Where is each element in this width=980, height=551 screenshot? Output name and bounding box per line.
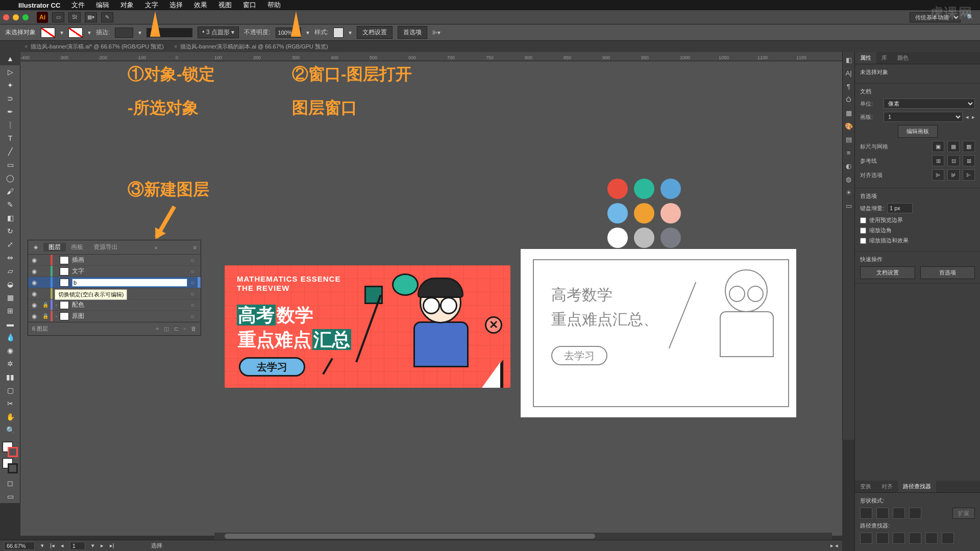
target-icon[interactable]: ○	[187, 302, 198, 309]
new-layer-icon[interactable]: ▫	[184, 325, 186, 332]
visibility-toggle-icon[interactable]: ◉	[28, 279, 40, 286]
scale-strokes-checkbox[interactable]	[860, 238, 866, 244]
menu-view[interactable]: 视图	[218, 1, 232, 10]
menu-type[interactable]: 文字	[145, 1, 158, 10]
close-window-button[interactable]	[3, 14, 9, 20]
artboard-select[interactable]: 1	[884, 112, 963, 122]
delete-layer-icon[interactable]: 🗑	[191, 325, 197, 332]
artboard-nav-input[interactable]	[70, 542, 85, 550]
lasso-tool[interactable]: ⊃	[0, 92, 20, 105]
dock-gradient-icon[interactable]: ◐	[844, 161, 853, 170]
create-sublayer-icon[interactable]: ⊏	[174, 325, 179, 332]
layer-name[interactable]: 插画	[72, 256, 187, 264]
exclude-icon[interactable]	[909, 508, 921, 519]
menu-select[interactable]: 选择	[169, 1, 183, 10]
scale-corners-checkbox[interactable]	[860, 228, 866, 234]
target-icon[interactable]: ○	[187, 257, 198, 264]
prefs-quick-button[interactable]: 首选项	[920, 266, 975, 279]
blend-tool[interactable]: ◉	[0, 344, 20, 357]
preferences-button[interactable]: 首选项	[398, 26, 427, 39]
layers-tab[interactable]: 图层	[43, 243, 66, 252]
dock-swatch-icon[interactable]: ▤	[844, 135, 853, 144]
type-tool[interactable]: T	[0, 132, 20, 145]
align-point-icon[interactable]: ⊯	[947, 169, 960, 181]
expand-chevron-icon[interactable]: ›	[53, 303, 60, 308]
align-icon[interactable]: ⊫▾	[432, 29, 440, 36]
mesh-tool[interactable]: ⊞	[0, 304, 20, 317]
style-swatch[interactable]	[333, 28, 344, 38]
stroke-swatch[interactable]	[68, 28, 83, 38]
layer-name[interactable]: 配色	[72, 300, 187, 309]
collapse-icon[interactable]: «	[151, 244, 162, 251]
target-icon[interactable]: ○	[187, 313, 198, 320]
layers-panel-icon[interactable]: ◈	[28, 244, 43, 251]
nav-prev-icon[interactable]: ◂	[61, 542, 64, 549]
visibility-toggle-icon[interactable]: ◉	[28, 268, 40, 275]
lock-toggle-icon[interactable]: 🔒	[40, 302, 51, 308]
dock-grid-icon[interactable]: ▦	[844, 108, 853, 117]
nav-first-icon[interactable]: |◂	[50, 542, 55, 549]
dock-graphic-styles-icon[interactable]: ▭	[844, 201, 853, 210]
zoom-window-button[interactable]	[22, 14, 29, 20]
dock-glyph-icon[interactable]: Ò	[844, 95, 853, 104]
expand-button[interactable]: 扩展	[952, 508, 975, 519]
intersect-icon[interactable]	[893, 508, 905, 519]
stroke-width-input[interactable]	[115, 28, 133, 38]
visibility-toggle-icon[interactable]: ◉	[28, 313, 40, 320]
tab-properties[interactable]: 属性	[855, 52, 876, 64]
target-icon[interactable]: ○	[187, 279, 198, 286]
horizontal-scrollbar[interactable]	[214, 533, 832, 540]
minus-back-icon[interactable]	[942, 533, 954, 544]
draw-mode-icon[interactable]: ◻	[0, 477, 20, 490]
doc-tab-1[interactable]: ×描边风-banner演示稿.ai* @ 66.67% (RGB/GPU 预览)	[20, 42, 168, 52]
transparency-grid-icon[interactable]: ▩	[963, 141, 975, 152]
magic-wand-tool[interactable]: ✦	[0, 79, 20, 92]
guides-lock-icon[interactable]: ⊟	[947, 155, 960, 166]
dock-appearance-icon[interactable]: ☀	[844, 188, 853, 197]
graph-tool[interactable]: ▮▮	[0, 370, 20, 384]
close-tab-icon[interactable]: ×	[174, 43, 177, 49]
use-preview-bounds-checkbox[interactable]	[860, 217, 866, 223]
dock-properties-icon[interactable]: ◧	[844, 55, 853, 64]
layer-row[interactable]: ◉ 文字 ○	[28, 266, 201, 277]
ellipse-tool[interactable]: ◯	[0, 171, 20, 185]
screen-mode-icon[interactable]: ▭	[0, 490, 20, 503]
tab-transform[interactable]: 变换	[855, 481, 876, 492]
document-setup-button[interactable]: 文档设置	[357, 26, 393, 39]
free-transform-tool[interactable]: ▱	[0, 264, 20, 278]
menu-file[interactable]: 文件	[71, 1, 85, 10]
dock-transparency-icon[interactable]: ◍	[844, 174, 853, 184]
symbol-sprayer-tool[interactable]: ✲	[0, 357, 20, 370]
divide-icon[interactable]	[860, 533, 872, 544]
minimize-window-button[interactable]	[13, 14, 19, 20]
hand-tool[interactable]: ✋	[0, 410, 20, 423]
tab-align[interactable]: 对齐	[876, 481, 898, 492]
chrome-arrange-icon[interactable]: ▦▾	[85, 12, 97, 22]
align-pixel-icon[interactable]: ⊫	[932, 169, 944, 181]
doc-setup-quick-button[interactable]: 文档设置	[860, 266, 915, 279]
next-artboard-icon[interactable]: ▸	[972, 114, 975, 120]
layer-row[interactable]: ◉ 插画 ○	[28, 255, 201, 266]
dock-paragraph-icon[interactable]: ¶	[844, 82, 853, 91]
unite-icon[interactable]	[860, 508, 872, 519]
artboards-tab[interactable]: 画板	[66, 243, 88, 252]
layer-row[interactable]: ◉ 🔒 › 原图 ○	[28, 311, 201, 322]
layer-row[interactable]: ◉ 🔒 › 配色 ○	[28, 299, 201, 311]
dock-color-icon[interactable]: 🎨	[844, 121, 853, 131]
zoom-tool[interactable]: 🔍	[0, 423, 20, 437]
app-name[interactable]: Illustrator CC	[18, 2, 60, 9]
nav-last-icon[interactable]: ▸|	[110, 542, 114, 549]
fill-stroke-swatch[interactable]	[3, 442, 18, 457]
fill-stroke-default[interactable]	[3, 458, 18, 473]
guides-show-icon[interactable]: ⊞	[932, 155, 944, 166]
eraser-tool[interactable]: ◧	[0, 211, 20, 224]
align-key-icon[interactable]: ⊩	[963, 169, 975, 181]
eyedropper-tool[interactable]: 💧	[0, 331, 20, 344]
layer-row[interactable]: ◉ ○	[28, 277, 201, 288]
stroke-profile[interactable]: • 3 点圆形 ▾	[198, 27, 239, 38]
make-clipping-mask-icon[interactable]: ◫	[164, 325, 169, 332]
chrome-st-icon[interactable]: St	[68, 12, 81, 22]
trim-icon[interactable]	[876, 533, 889, 544]
width-tool[interactable]: ⇔	[0, 251, 20, 264]
horizontal-ruler[interactable]: -400-300-200-100010020030040050060070075…	[20, 52, 842, 61]
